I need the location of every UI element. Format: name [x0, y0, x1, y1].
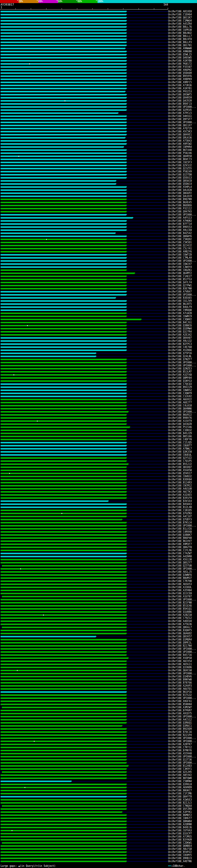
alignment-bar[interactable]	[1, 731, 126, 733]
hit-label[interactable]: UniRef100_B5SJJ2	[168, 463, 192, 466]
alignment-bar[interactable]	[2, 842, 126, 844]
alignment-bar[interactable]	[1, 617, 126, 619]
alignment-bar[interactable]	[1, 691, 126, 693]
hit-label[interactable]: UniRef100_Q83V57	[168, 636, 192, 638]
alignment-bar[interactable]	[1, 491, 126, 493]
alignment-bar[interactable]	[1, 75, 126, 77]
hit-label[interactable]: UniRef100_Q13T36	[168, 759, 192, 761]
hit-label[interactable]: UniRef100_Q93WF5	[168, 94, 192, 96]
alignment-bar[interactable]	[1, 519, 122, 520]
hit-label[interactable]: UniRef100_C6PR38	[168, 29, 192, 31]
alignment-bar[interactable]	[1, 11, 126, 12]
alignment-bar[interactable]	[1, 457, 126, 459]
alignment-bar[interactable]	[1, 23, 126, 25]
alignment-bar[interactable]	[1, 593, 126, 594]
alignment-bar[interactable]	[1, 537, 126, 539]
alignment-bar[interactable]	[1, 41, 126, 43]
hit-label[interactable]: UniRef100_Q1MQR4	[168, 639, 192, 641]
alignment-bar[interactable]	[1, 109, 126, 111]
hit-label[interactable]: UniRef100_C0Z3F3	[168, 161, 192, 164]
hit-label[interactable]: UniRef100_C4DFY0	[168, 438, 192, 441]
hit-label[interactable]: UniRef100_B8LNU2	[168, 32, 192, 34]
hit-label[interactable]: UniRef100_A5Z866	[168, 349, 192, 352]
alignment-bar[interactable]	[1, 756, 126, 757]
hit-label[interactable]: UniRef100_Q06ZT0	[168, 546, 192, 549]
alignment-bar[interactable]	[1, 753, 126, 754]
hit-label[interactable]: UniRef100_C3K9Y1	[168, 768, 192, 770]
hit-label[interactable]: UniRef100_P50249	[168, 170, 192, 173]
hit-label[interactable]: UniRef100_Q04NN6	[168, 408, 192, 410]
hit-label[interactable]: UniRef100_UPI000...	[168, 598, 196, 601]
hit-label[interactable]: UniRef100_Q2V3J2	[168, 164, 192, 167]
alignment-bar[interactable]	[1, 500, 108, 502]
alignment-bar[interactable]	[1, 734, 126, 736]
hit-label[interactable]: UniRef100_A4ZHR8	[168, 555, 192, 558]
alignment-bar[interactable]	[1, 131, 126, 132]
alignment-bar[interactable]	[1, 116, 126, 117]
alignment-bar[interactable]	[1, 657, 128, 659]
alignment-bar[interactable]	[1, 516, 126, 517]
alignment-bar[interactable]	[1, 602, 126, 603]
alignment-bar[interactable]	[1, 38, 126, 40]
alignment-bar[interactable]	[1, 439, 126, 440]
hit-label[interactable]: UniRef100_A4EEU4	[168, 620, 192, 623]
alignment-bar[interactable]	[1, 636, 95, 638]
hit-label[interactable]: UniRef100_Q43QZ8	[168, 423, 192, 426]
hit-label[interactable]: UniRef100_B86P48	[168, 537, 192, 539]
alignment-bar[interactable]	[1, 239, 126, 240]
hit-label[interactable]: UniRef100_B1LXI6	[168, 528, 192, 530]
alignment-bar[interactable]	[1, 189, 126, 191]
hit-label[interactable]: UniRef100_B98V76	[168, 417, 192, 420]
hit-label[interactable]: UniRef100_A6CTK3	[168, 491, 192, 493]
alignment-bar[interactable]	[1, 630, 126, 631]
hit-label[interactable]: UniRef100_A5HPL4	[168, 186, 192, 188]
alignment-bar[interactable]	[1, 808, 126, 810]
hit-label[interactable]: UniRef100_Q84R58	[168, 155, 192, 158]
hit-label[interactable]: UniRef100_UPI000...	[168, 651, 196, 653]
alignment-bar[interactable]	[1, 848, 126, 850]
hit-label[interactable]: UniRef100_B12LX0	[168, 506, 192, 509]
hit-label[interactable]: UniRef100_C61JV9	[168, 300, 192, 302]
hit-label[interactable]: UniRef100_Q7NZF7	[168, 359, 192, 361]
alignment-bar[interactable]	[1, 704, 126, 705]
hit-label[interactable]: UniRef100_C3JG92	[168, 395, 192, 398]
hit-label[interactable]: UniRef100_B3QHF5	[168, 629, 192, 632]
alignment-bar[interactable]	[1, 793, 126, 795]
hit-label[interactable]: UniRef100_P51546	[168, 426, 192, 429]
hit-label[interactable]: UniRef100_A2BTK7	[168, 743, 192, 746]
hit-label[interactable]: UniRef100_Q2NZE3	[168, 368, 192, 370]
hit-label[interactable]: UniRef100_A98PK9	[168, 78, 192, 81]
hit-label[interactable]: UniRef100_A45ZR4	[168, 23, 192, 25]
hit-label[interactable]: UniRef100_B221P4	[168, 734, 192, 737]
alignment-bar[interactable]	[1, 349, 126, 351]
alignment-bar[interactable]	[1, 322, 126, 323]
alignment-bar[interactable]	[1, 48, 125, 49]
alignment-bar[interactable]	[1, 694, 126, 696]
alignment-bar[interactable]	[1, 254, 126, 255]
hit-label[interactable]: UniRef100_C7KY12	[168, 746, 192, 749]
alignment-bar[interactable]	[1, 192, 126, 194]
alignment-bar[interactable]	[1, 106, 126, 108]
hit-label[interactable]: UniRef100_A6E2T7	[168, 402, 192, 404]
hit-label[interactable]: UniRef100_B8LVF8	[168, 38, 192, 41]
hit-label[interactable]: UniRef100_C0W852	[168, 389, 192, 392]
hit-label[interactable]: UniRef100_UPI000...	[168, 673, 196, 675]
hit-label[interactable]: UniRef100_B6J8T5	[168, 303, 192, 305]
alignment-bar[interactable]	[1, 633, 126, 634]
hit-label[interactable]: UniRef100_Q2SJH5	[168, 771, 192, 773]
hit-label[interactable]: UniRef100_B21FN0	[168, 602, 192, 604]
hit-label[interactable]: UniRef100_Q8KWB4	[168, 820, 192, 823]
hit-label[interactable]: UniRef100_B3EU65	[168, 297, 192, 299]
hit-label[interactable]: UniRef100_C4L018	[168, 405, 192, 407]
alignment-bar[interactable]	[1, 35, 126, 37]
alignment-bar[interactable]	[1, 713, 126, 714]
hit-label[interactable]: UniRef100_B8LL76	[168, 26, 192, 28]
hit-label[interactable]: UniRef100_UPI000...	[168, 755, 196, 758]
hit-label[interactable]: UniRef100_O4H1G1	[168, 115, 192, 118]
hit-label[interactable]: UniRef100_B45716	[168, 654, 192, 656]
hit-label[interactable]: UniRef100_A5OPS8	[168, 657, 192, 659]
hit-label[interactable]: UniRef100_A6CV54	[168, 660, 192, 662]
hit-label[interactable]: UniRef100_B0TQW8	[168, 777, 192, 780]
hit-label[interactable]: UniRef100_B3YHU9	[168, 839, 192, 841]
alignment-bar[interactable]	[1, 522, 126, 523]
